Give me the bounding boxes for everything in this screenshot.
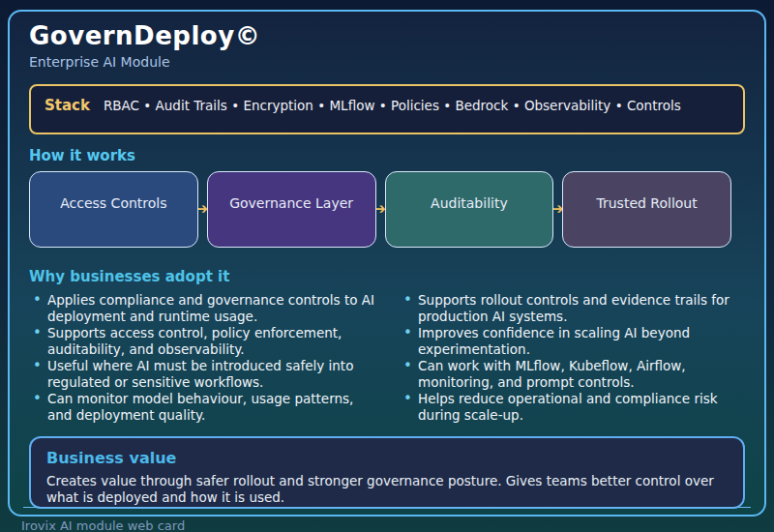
step-connector: ➔ [376,171,385,248]
step-auditability: Auditability [385,171,554,248]
list-item: Helps reduce operational and compliance … [402,391,745,424]
list-item: Can monitor model behaviour, usage patte… [31,391,374,424]
why-adopt-right-column: Supports rollout controls and evidence t… [402,292,745,424]
step-trusted-rollout: Trusted Rollout [562,171,731,248]
business-value-heading: Business value [46,449,728,467]
stack-label: Stack [45,97,90,114]
list-item: Improves confidence in scaling AI beyond… [402,325,745,358]
list-item: Supports rollout controls and evidence t… [402,292,745,325]
step-governance-layer: Governance Layer [207,171,376,248]
steps-row: Access Controls ➔ Governance Layer ➔ Aud… [29,171,731,248]
step-access-controls: Access Controls [29,171,198,248]
stack-items: RBAC • Audit Trails • Encryption • MLflo… [104,97,681,113]
list-item: Can work with MLflow, Kubeflow, Airflow,… [402,358,745,391]
list-item: Applies compliance and governance contro… [31,292,374,325]
how-it-works-heading: How it works [29,147,745,164]
why-adopt-columns: Applies compliance and governance contro… [29,292,745,424]
list-item: Supports access control, policy enforcem… [31,325,374,358]
step-connector: ➔ [198,171,207,248]
stack-bar: Stack RBAC • Audit Trails • Encryption •… [29,84,745,134]
module-card: GovernDeploy© Enterprise AI Module Stack… [8,10,766,517]
divider [23,507,751,508]
why-adopt-left-column: Applies compliance and governance contro… [31,292,374,424]
why-adopt-heading: Why businesses adopt it [29,268,745,285]
business-value-text: Creates value through safer rollout and … [46,473,728,506]
page-subtitle: Enterprise AI Module [29,54,745,70]
list-item: Useful where AI must be introduced safel… [31,358,374,391]
step-connector: ➔ [553,171,562,248]
page-title: GovernDeploy© [29,21,745,50]
footer-caption: Irovix AI module web card [21,518,185,532]
business-value-panel: Business value Creates value through saf… [29,436,745,509]
